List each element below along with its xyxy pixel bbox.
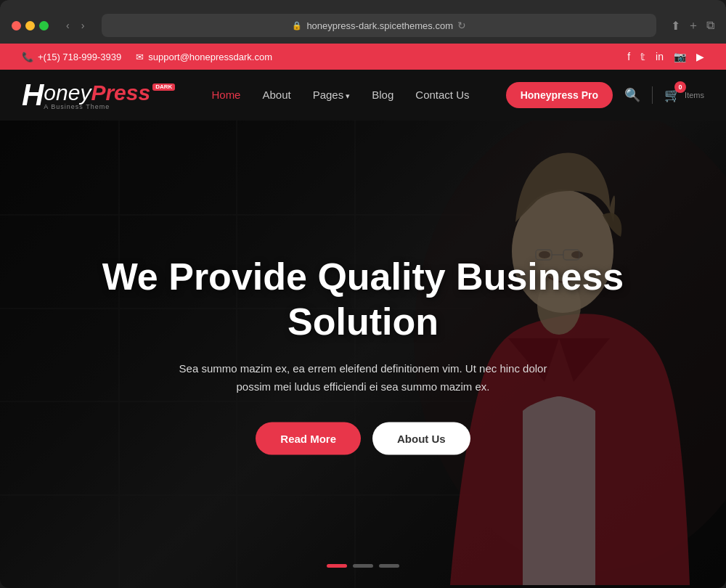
forward-button[interactable]: › bbox=[78, 18, 88, 33]
cart-container[interactable]: 🛒 0 Items bbox=[664, 87, 704, 103]
hero-buttons: Read More About Us bbox=[58, 422, 668, 454]
top-bar-left: 📞 +(15) 718-999-3939 ✉ support@honepress… bbox=[22, 52, 272, 62]
hero-title: We Provide Quality Business Solution bbox=[58, 254, 668, 345]
read-more-button[interactable]: Read More bbox=[256, 422, 361, 454]
address-bar[interactable]: 🔒 honeypress-dark.spicethemes.com ↻ bbox=[102, 14, 656, 37]
share-button[interactable]: ⬆ bbox=[671, 19, 680, 33]
tabs-button[interactable]: ⧉ bbox=[706, 19, 714, 32]
social-icons: f 𝕥 in 📷 ▶ bbox=[627, 51, 704, 62]
back-button[interactable]: ‹ bbox=[63, 18, 73, 33]
nav-menu: Home About Pages Blog Contact Us bbox=[211, 89, 469, 102]
divider bbox=[652, 86, 653, 104]
nav-buttons: ‹ › bbox=[63, 18, 87, 33]
nav-contact[interactable]: Contact Us bbox=[415, 89, 469, 101]
top-bar: 📞 +(15) 718-999-3939 ✉ support@honepress… bbox=[0, 44, 726, 70]
pro-button[interactable]: Honeypress Pro bbox=[506, 82, 613, 108]
instagram-icon[interactable]: 📷 bbox=[674, 51, 686, 62]
facebook-icon[interactable]: f bbox=[627, 51, 630, 62]
cart-button[interactable]: 🛒 0 bbox=[664, 87, 680, 103]
url-text: honeypress-dark.spicethemes.com bbox=[306, 20, 453, 31]
website-content: 📞 +(15) 718-999-3939 ✉ support@honepress… bbox=[0, 44, 726, 588]
slide-dot-3[interactable] bbox=[379, 564, 399, 568]
nav-about[interactable]: About bbox=[262, 89, 290, 101]
nav-pages[interactable]: Pages bbox=[313, 89, 351, 101]
traffic-lights bbox=[12, 21, 49, 30]
phone-number: +(15) 718-999-3939 bbox=[38, 52, 121, 62]
phone-icon: 📞 bbox=[22, 52, 33, 62]
fullscreen-traffic-light[interactable] bbox=[39, 21, 49, 30]
nav-right: Honeypress Pro 🔍 🛒 0 Items bbox=[506, 82, 704, 108]
navbar: H oney Press DARK A Business Theme Home … bbox=[0, 70, 726, 121]
twitter-icon[interactable]: 𝕥 bbox=[640, 51, 645, 62]
browser-actions: ⬆ ＋ ⧉ bbox=[671, 18, 714, 33]
cart-label: Items bbox=[685, 91, 704, 99]
hero-subtitle: Sea summo mazim ex, ea errem eleifend de… bbox=[174, 359, 552, 396]
search-button[interactable]: 🔍 bbox=[624, 87, 640, 103]
linkedin-icon[interactable]: in bbox=[656, 51, 664, 62]
nav-home[interactable]: Home bbox=[211, 89, 240, 101]
email-item: ✉ support@honepressdark.com bbox=[136, 52, 272, 62]
nav-blog[interactable]: Blog bbox=[372, 89, 393, 101]
about-us-button[interactable]: About Us bbox=[372, 422, 470, 454]
lock-icon: 🔒 bbox=[292, 21, 302, 30]
browser-chrome: ‹ › 🔒 honeypress-dark.spicethemes.com ↻ … bbox=[0, 0, 726, 44]
slide-dot-2[interactable] bbox=[353, 564, 373, 568]
hero-section: We Provide Quality Business Solution Sea… bbox=[0, 121, 726, 588]
slide-dot-1[interactable] bbox=[327, 564, 347, 568]
youtube-icon[interactable]: ▶ bbox=[696, 51, 704, 62]
close-traffic-light[interactable] bbox=[12, 21, 21, 30]
dark-badge: DARK bbox=[152, 83, 175, 91]
reload-button[interactable]: ↻ bbox=[457, 20, 466, 31]
cart-badge: 0 bbox=[674, 81, 686, 93]
minimize-traffic-light[interactable] bbox=[25, 21, 35, 30]
logo[interactable]: H oney Press DARK A Business Theme bbox=[22, 80, 175, 110]
hero-content: We Provide Quality Business Solution Sea… bbox=[0, 254, 726, 455]
email-icon: ✉ bbox=[136, 52, 144, 62]
email-address: support@honepressdark.com bbox=[148, 52, 272, 62]
logo-tagline: A Business Theme bbox=[44, 104, 110, 110]
new-tab-button[interactable]: ＋ bbox=[688, 18, 699, 33]
slide-dots bbox=[327, 564, 399, 568]
phone-item: 📞 +(15) 718-999-3939 bbox=[22, 52, 121, 62]
